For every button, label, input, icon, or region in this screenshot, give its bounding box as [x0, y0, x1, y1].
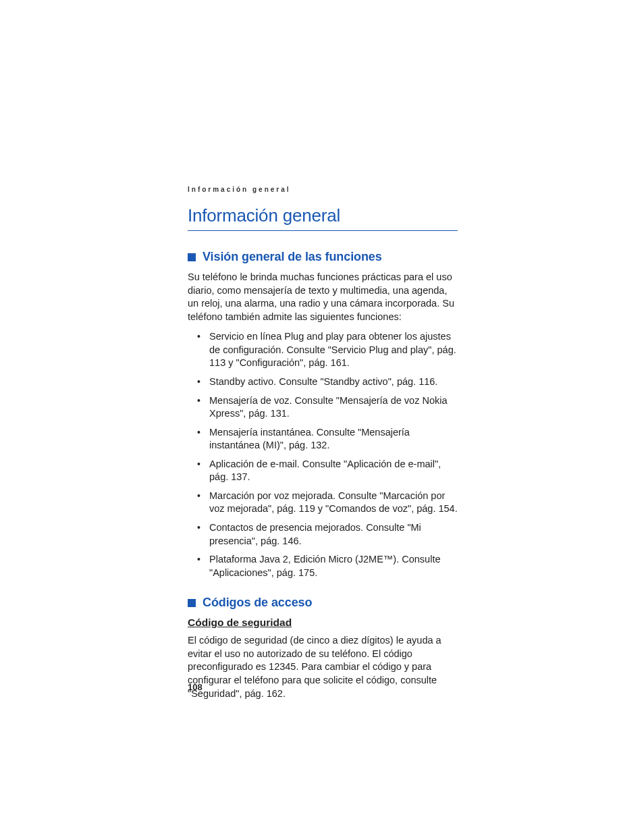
section-title-functions: Visión general de las funciones: [203, 250, 382, 264]
security-code-body: El código de seguridad (de cinco a diez …: [188, 634, 458, 700]
subsection-title-security-code: Código de seguridad: [188, 617, 458, 629]
list-item: Standby activo. Consulte "Standby activo…: [197, 375, 458, 389]
chapter-title: Información general: [188, 205, 458, 231]
section-intro-text: Su teléfono le brinda muchas funciones p…: [188, 271, 458, 323]
list-item: Mensajería instantánea. Consulte "Mensaj…: [197, 426, 458, 452]
square-bullet-icon: [188, 253, 196, 261]
list-item: Servicio en línea Plug and play para obt…: [197, 330, 458, 370]
list-item: Contactos de presencia mejorados. Consul…: [197, 521, 458, 548]
list-item: Plataforma Java 2, Edición Micro (J2ME™)…: [197, 553, 458, 579]
section-heading-access-codes: Códigos de acceso: [188, 596, 458, 610]
section-title-access-codes: Códigos de acceso: [203, 596, 312, 610]
page-number: 108: [188, 682, 203, 692]
section-heading-functions: Visión general de las funciones: [188, 250, 458, 264]
list-item: Marcación por voz mejorada. Consulte "Ma…: [197, 490, 458, 516]
feature-list: Servicio en línea Plug and play para obt…: [197, 330, 458, 579]
square-bullet-icon: [188, 599, 196, 607]
page-content: Información general Información general …: [188, 186, 458, 707]
running-header: Información general: [188, 186, 458, 193]
list-item: Mensajería de voz. Consulte "Mensajería …: [197, 394, 458, 421]
list-item: Aplicación de e-mail. Consulte "Aplicaci…: [197, 458, 458, 484]
